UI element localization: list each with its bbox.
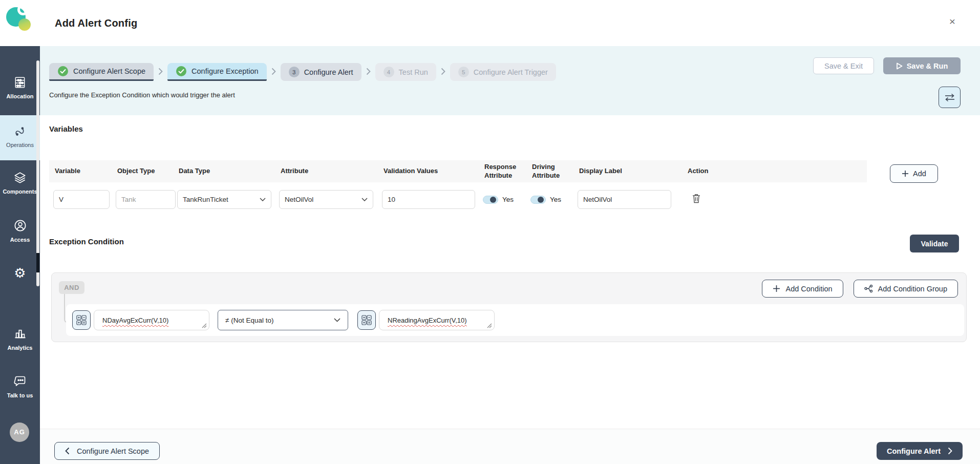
col-header-response-attribute: Response Attribute	[483, 163, 530, 180]
exception-condition-heading: Exception Condition	[49, 237, 124, 246]
step-number: 5	[458, 67, 469, 77]
sidebar-item-label: Talk to us	[0, 392, 40, 398]
trash-icon	[692, 194, 700, 203]
variables-table-row: TankRunTicket NetOilVol Yes	[49, 190, 867, 209]
condition-row: NDayAvgExCurr(V,10) ≠ (Not Equal to)	[66, 304, 964, 336]
calculator-icon	[76, 314, 87, 326]
add-condition-group-button[interactable]: Add Condition Group	[854, 280, 958, 298]
attribute-select[interactable]: NetOilVol	[279, 190, 373, 209]
stepper-section: Configure Alert Scope Configure Exceptio…	[40, 46, 980, 115]
toggle-knob	[538, 197, 544, 203]
col-header-action: Action	[686, 167, 867, 175]
add-variable-button[interactable]: Add	[890, 164, 938, 183]
close-icon[interactable]: ×	[945, 14, 960, 29]
variables-section: Variables Add Variable Object Type Data …	[40, 115, 980, 230]
lhs-expression-textarea[interactable]: NDayAvgExCurr(V,10)	[94, 310, 209, 330]
bar-chart-icon	[13, 333, 27, 342]
response-attribute-toggle[interactable]	[483, 196, 498, 204]
sidebar-item-settings[interactable]: ⚙	[0, 266, 40, 280]
step-configure-alert-scope[interactable]: Configure Alert Scope	[49, 63, 154, 81]
save-run-button[interactable]: Save & Run	[883, 57, 961, 74]
step-configure-exception[interactable]: Configure Exception	[167, 63, 267, 81]
app-logo[interactable]	[0, 0, 40, 46]
step-configure-alert-trigger[interactable]: 5 Configure Alert Trigger	[450, 63, 556, 81]
save-exit-button[interactable]: Save & Exit	[813, 57, 874, 74]
resize-handle-icon[interactable]	[202, 323, 207, 328]
back-button-label: Configure Alert Scope	[77, 447, 149, 455]
variable-input[interactable]	[53, 190, 110, 209]
sidebar-item-label: Allocation	[0, 93, 40, 99]
chevron-down-icon	[361, 198, 368, 201]
play-icon	[896, 62, 903, 70]
formula-builder-button-rhs[interactable]	[357, 310, 376, 330]
avatar[interactable]: AG	[10, 423, 29, 442]
chevron-right-icon	[441, 68, 445, 75]
sidebar-item-label: Access	[0, 237, 40, 243]
sidebar-item-label: Analytics	[0, 345, 40, 351]
chevron-right-icon	[158, 68, 163, 75]
branch-icon	[864, 285, 873, 292]
next-configure-alert-button[interactable]: Configure Alert	[877, 442, 963, 460]
toggle-knob	[490, 197, 496, 203]
sidebar-item-label: Components	[0, 188, 40, 195]
footer-bar: Configure Alert Scope Configure Alert	[40, 429, 980, 464]
driving-attribute-toggle[interactable]	[530, 196, 546, 204]
operator-value: ≠ (Not Equal to)	[225, 317, 273, 324]
sidebar-scrollbar[interactable]	[36, 60, 39, 286]
chevron-right-icon	[271, 68, 276, 75]
col-header-object-type: Object Type	[116, 167, 177, 175]
step-label: Test Run	[399, 68, 428, 76]
operator-select[interactable]: ≠ (Not Equal to)	[218, 310, 348, 330]
user-circle-icon	[13, 225, 27, 234]
validation-values-input[interactable]	[382, 190, 475, 209]
resize-handle-icon[interactable]	[487, 323, 492, 328]
add-condition-button[interactable]: Add Condition	[762, 280, 843, 298]
chevron-down-icon	[260, 198, 266, 201]
display-label-input[interactable]	[578, 190, 671, 209]
layers-icon	[13, 177, 27, 186]
sidebar-item-analytics[interactable]: Analytics	[0, 327, 40, 351]
scrollbar-thumb[interactable]	[36, 253, 39, 272]
back-configure-alert-scope-button[interactable]: Configure Alert Scope	[54, 442, 160, 460]
step-label: Configure Alert Scope	[73, 67, 145, 75]
chevron-left-icon	[65, 447, 70, 455]
check-circle-icon	[176, 66, 187, 77]
formula-builder-button-lhs[interactable]	[72, 310, 91, 330]
sidebar-item-components[interactable]: Components	[0, 171, 40, 195]
chevron-right-icon	[366, 68, 371, 75]
route-icon	[13, 131, 27, 139]
group-operator-chip[interactable]: AND	[59, 281, 84, 294]
step-description: Configure the Exception Condition which …	[49, 91, 235, 99]
variables-table: Variable Object Type Data Type Attribute…	[49, 160, 867, 209]
sidebar-item-operations[interactable]: Operations	[0, 115, 40, 160]
save-run-label: Save & Run	[907, 62, 948, 70]
object-type-input[interactable]	[116, 190, 176, 209]
next-button-label: Configure Alert	[887, 447, 941, 455]
response-attribute-value: Yes	[502, 196, 514, 203]
step-configure-alert[interactable]: 3 Configure Alert	[281, 63, 361, 81]
abacus-icon	[13, 82, 27, 91]
swap-view-button[interactable]	[939, 87, 961, 108]
lhs-expression-value: NDayAvgExCurr(V,10)	[102, 317, 168, 324]
step-label: Configure Alert	[304, 68, 353, 76]
delete-row-button[interactable]	[692, 196, 700, 205]
condition-group: AND Add Condition Add Condition Group	[51, 272, 967, 342]
logo-ring-circle	[17, 4, 29, 15]
add-condition-label: Add Condition	[785, 285, 832, 293]
chat-icon	[13, 381, 27, 390]
step-test-run[interactable]: 4 Test Run	[375, 63, 436, 81]
data-type-select[interactable]: TankRunTicket	[177, 190, 271, 209]
step-label: Configure Exception	[191, 67, 259, 75]
step-number: 3	[289, 67, 300, 77]
sidebar-item-access[interactable]: Access	[0, 219, 40, 243]
sidebar-item-talk-to-us[interactable]: Talk to us	[0, 374, 40, 398]
rhs-expression-textarea[interactable]: NReadingAvgExCurr(V,10)	[379, 310, 495, 330]
validate-button[interactable]: Validate	[910, 235, 959, 252]
col-header-variable: Variable	[53, 167, 116, 175]
sidebar-nav: Allocation Operations Components	[0, 46, 40, 464]
exception-condition-section: Exception Condition Validate AND Add Con…	[40, 230, 980, 374]
col-header-display-label: Display Label	[578, 167, 686, 175]
add-condition-group-label: Add Condition Group	[878, 285, 947, 293]
sidebar-item-allocation[interactable]: Allocation	[0, 76, 40, 99]
variables-heading: Variables	[49, 124, 83, 133]
